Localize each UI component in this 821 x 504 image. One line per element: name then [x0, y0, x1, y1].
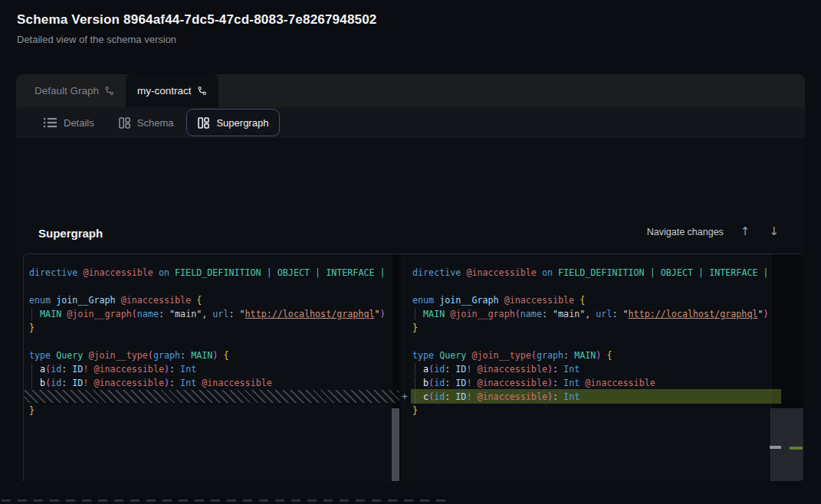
indent-guide: [415, 377, 415, 389]
code-line: b(id: ID! @inaccessible): Int @inaccessi…: [412, 376, 770, 390]
tab-my-contract[interactable]: my-contract: [126, 74, 218, 107]
indent-guide: [31, 377, 32, 389]
indent-guide: [415, 308, 415, 320]
code-line: type Query @join__type(graph: MAIN) {: [412, 349, 770, 362]
code-line: }: [412, 321, 770, 335]
variant-icon: [197, 86, 207, 96]
graph-tabbar: Default Graph my-contract: [16, 74, 805, 107]
diff-added-marker: +: [399, 391, 410, 402]
code-line: b(id: ID! @inaccessible): Int @inaccessi…: [29, 376, 392, 390]
code-line: enum join__Graph @inaccessible {: [29, 293, 392, 307]
page-title: Schema Version 8964af44-7dc5-47cd-8083-7…: [17, 12, 377, 28]
code-line: }: [412, 404, 770, 417]
code-line: directive @inaccessible on FIELD_DEFINIT…: [29, 266, 392, 280]
navigate-changes: Navigate changes ↑ ↓: [647, 224, 781, 239]
indent-guide: [415, 363, 415, 375]
code-line: [412, 335, 770, 349]
tab-default-graph-label: Default Graph: [34, 85, 99, 97]
subnav-item-schema[interactable]: Schema: [107, 109, 186, 136]
tab-default-graph[interactable]: Default Graph: [23, 74, 126, 107]
arrow-up-icon: ↑: [741, 224, 750, 238]
supergraph-heading: Supergraph: [38, 227, 103, 240]
code-line: type Query @join__type(graph: MAIN) {: [29, 349, 392, 362]
list-details-icon: [44, 117, 57, 128]
diff-original-pane[interactable]: directive @inaccessible on FIELD_DEFINIT…: [23, 254, 392, 481]
indent-guide: [31, 363, 32, 375]
diff-added-line: c(id: ID! @inaccessible): Int: [412, 390, 770, 404]
subnav-item-details-label: Details: [64, 117, 94, 129]
diff-placeholder-line: [29, 390, 392, 404]
indent-guide: [31, 308, 32, 320]
diff-modified-pane[interactable]: directive @inaccessible on FIELD_DEFINIT…: [402, 254, 770, 481]
code-line: a(id: ID! @inaccessible): Int: [29, 362, 392, 376]
code-line: a(id: ID! @inaccessible): Int: [412, 362, 770, 376]
panels-icon: [198, 117, 209, 129]
code-line: enum join__Graph @inaccessible {: [412, 293, 770, 307]
navigate-previous-button[interactable]: ↑: [738, 224, 753, 239]
code-line: [29, 280, 392, 293]
left-scrollbar-thumb[interactable]: [392, 408, 399, 481]
bottom-dashed-divider: [2, 499, 451, 502]
supergraph-panel: Supergraph Navigate changes ↑ ↓ + direct…: [16, 138, 805, 481]
variant-icon: [104, 86, 114, 96]
code-line: directive @inaccessible on FIELD_DEFINIT…: [412, 266, 770, 280]
subnav-item-schema-label: Schema: [137, 117, 174, 129]
code-line: [29, 335, 392, 349]
navigate-next-button[interactable]: ↓: [767, 224, 781, 239]
minimap-slider[interactable]: [770, 408, 803, 481]
version-subnav: Details Schema Supergraph: [16, 107, 805, 138]
minimap-change-marker-gray: [770, 446, 781, 449]
code-line: MAIN @join__graph(name: "main", url: "ht…: [29, 307, 392, 321]
subnav-item-supergraph-label: Supergraph: [216, 117, 268, 129]
page-subtitle: Detailed view of the schema version: [17, 34, 176, 45]
schema-version-card: Default Graph my-contract Details Schema: [16, 74, 805, 481]
code-line: [412, 280, 770, 293]
subnav-item-supergraph[interactable]: Supergraph: [186, 109, 280, 136]
arrow-down-icon: ↓: [769, 224, 779, 238]
subnav-item-details[interactable]: Details: [32, 109, 106, 136]
panels-icon: [119, 117, 130, 129]
tab-my-contract-label: my-contract: [137, 85, 192, 97]
code-line: MAIN @join__graph(name: "main", url: "ht…: [412, 307, 770, 321]
indent-guide: [415, 391, 415, 403]
code-line: }: [29, 404, 392, 417]
code-line: }: [29, 321, 392, 335]
minimap-change-marker-green: [790, 447, 803, 450]
navigate-changes-label: Navigate changes: [647, 227, 724, 237]
